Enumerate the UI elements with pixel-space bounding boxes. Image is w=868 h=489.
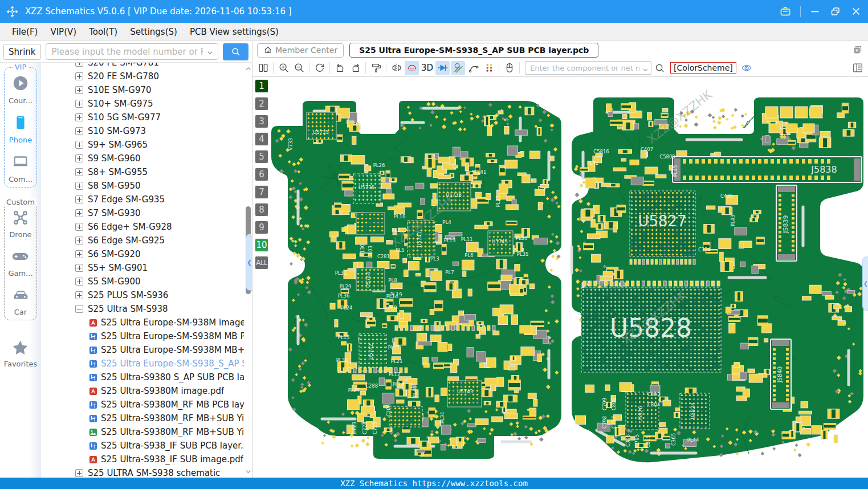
expand-icon[interactable] <box>75 154 83 162</box>
layer-button-5[interactable]: 5 <box>255 150 268 164</box>
chevron-down-icon[interactable] <box>642 64 649 75</box>
expand-icon[interactable] <box>75 209 83 217</box>
fit-view-icon[interactable] <box>312 61 327 75</box>
layer-button-4[interactable]: 4 <box>255 132 268 146</box>
tree-node[interactable]: S7 SM-G930 <box>41 206 244 220</box>
layer-button-3[interactable]: 3 <box>255 115 268 128</box>
chevron-down-icon[interactable] <box>206 48 214 59</box>
diode-mode-icon[interactable] <box>435 61 450 75</box>
tree-file-item[interactable]: S25 Ultra Europe-SM-938M image.p <box>41 316 244 329</box>
expand-icon[interactable] <box>75 469 83 477</box>
tree-node[interactable]: S5 SM-G900 <box>41 275 244 288</box>
layer-button-7[interactable]: 7 <box>255 185 268 199</box>
rotate-left-icon[interactable] <box>333 61 347 75</box>
expand-icon[interactable] <box>75 264 83 272</box>
shrink-button[interactable]: Shrink <box>3 44 41 60</box>
tree-node[interactable]: S10 5G SM-G977 <box>41 111 244 124</box>
layer-button-10[interactable]: 10 <box>255 238 268 252</box>
tree-file-item[interactable]: S25 Ultra-S9380M_RF MB+SUB YiDia <box>41 411 244 425</box>
tree-file-item[interactable]: S25 Ultra-S9380M_RF MB+SUB YiDia <box>41 425 244 439</box>
expand-icon[interactable] <box>75 278 83 286</box>
expand-icon[interactable] <box>75 113 83 121</box>
license-briefcase-icon[interactable] <box>779 5 792 18</box>
tree-node[interactable]: S5+ SM-G901 <box>41 261 244 275</box>
layer-button-8[interactable]: 8 <box>255 203 268 217</box>
tree-node[interactable]: S8+ SM-G955 <box>41 165 244 179</box>
sidebar-item-gam[interactable]: Gam... <box>8 247 32 278</box>
tree-file-item[interactable]: S25 Ultra-S9380 S_AP SUB PCB layer. <box>41 370 244 384</box>
tree-file-item[interactable]: S25 Ultra-S9380M_RF MB PCB layer.p <box>41 398 244 411</box>
zoom-in-icon[interactable] <box>276 61 291 75</box>
collapse-icon[interactable] <box>75 305 83 313</box>
search-button[interactable] <box>223 43 248 60</box>
expand-icon[interactable] <box>75 63 83 67</box>
expand-icon[interactable] <box>75 223 83 231</box>
expand-icon[interactable] <box>75 182 83 190</box>
tree-node[interactable]: S8 SM-G950 <box>41 179 244 193</box>
dome-highlight-icon[interactable] <box>405 61 419 75</box>
menu-item-pcb-view-settings-s-[interactable]: PCB View settings(S) <box>184 23 285 40</box>
tree-file-item[interactable]: S25 Ultra-S938_IF SUB PCB layer.pcb <box>41 439 244 453</box>
layer-button-all[interactable]: ALL <box>255 256 268 270</box>
expand-icon[interactable] <box>75 195 83 203</box>
expand-icon[interactable] <box>75 237 83 244</box>
tree-node[interactable]: S10 SM-G973 <box>41 124 244 138</box>
tree-file-item[interactable]: S25 Ultra-S9380M image.pdf <box>41 384 244 398</box>
expand-icon[interactable] <box>75 100 83 108</box>
expand-icon[interactable] <box>75 141 83 149</box>
net-search-icon[interactable] <box>653 61 667 75</box>
tree-node[interactable]: S9 SM-G960 <box>41 152 244 165</box>
minimize-button[interactable] <box>809 5 821 18</box>
expand-icon[interactable] <box>75 168 83 176</box>
layer-button-9[interactable]: 9 <box>255 221 268 234</box>
eye-visibility-icon[interactable] <box>740 61 754 75</box>
rotate-right-icon[interactable] <box>348 61 362 75</box>
restore-button[interactable] <box>829 5 842 18</box>
sidebar-item-car[interactable]: Car <box>11 286 30 316</box>
color-scheme-button[interactable]: [ColorScheme] <box>670 62 736 74</box>
mirror-flip-icon[interactable] <box>389 61 404 75</box>
tree-file-item[interactable]: S25 Ultra-S938_IF SUB image.pdf <box>41 453 244 466</box>
measure-inspect-icon[interactable] <box>451 61 465 75</box>
expand-icon[interactable] <box>75 72 83 80</box>
3d-view-button[interactable]: 3D <box>420 61 434 75</box>
paint-roller-icon[interactable] <box>369 61 383 75</box>
tree-node[interactable]: S20 FE SM-G781 <box>41 63 244 70</box>
tree-file-item[interactable]: S25 Ultra Europe-SM-S938M MB+SU <box>41 343 244 357</box>
active-document-tab[interactable]: S25 Ultra Europe-SM-S938_S_AP SUB PCB la… <box>349 43 598 58</box>
sidebar-item-phone[interactable]: Phone <box>9 113 32 144</box>
net-search-combo[interactable] <box>525 61 651 75</box>
layer-button-6[interactable]: 6 <box>255 168 268 181</box>
tree-node[interactable]: S7 Edge SM-G935 <box>41 193 244 206</box>
model-search-input[interactable] <box>46 43 218 60</box>
tree-file-item[interactable]: S25 Ultra Europe-SM-S938M MB PC <box>41 329 244 343</box>
sidebar-item-favorites[interactable]: Favorites <box>4 339 38 368</box>
tree-node[interactable]: S10E SM-G970 <box>41 83 244 97</box>
expand-icon[interactable] <box>75 291 83 299</box>
close-document-icon[interactable] <box>852 44 863 56</box>
right-panel-collapse-handle[interactable]: ❮ <box>862 256 868 311</box>
close-button[interactable] <box>850 5 862 18</box>
layer-button-1[interactable]: 1 <box>255 79 268 93</box>
tree-node[interactable]: S20 FE SM-G780 <box>41 70 244 83</box>
tree-node[interactable]: S25 Ultra SM-S938 <box>41 302 244 316</box>
pcb-canvas[interactable]: V733U5735PL26U5736PL41U5738PL23PL16PL2U5… <box>252 77 868 478</box>
menu-item-file-f-[interactable]: File(F) <box>6 23 44 40</box>
mouse-settings-icon[interactable] <box>502 61 516 75</box>
panel-list-icon[interactable] <box>850 61 865 75</box>
member-center-button[interactable]: Member Center <box>257 43 344 58</box>
layer-button-2[interactable]: 2 <box>255 97 268 111</box>
menu-item-vip-v-[interactable]: VIP(V) <box>44 23 83 40</box>
zoom-out-icon[interactable] <box>292 61 306 75</box>
net-search-input[interactable] <box>525 61 651 75</box>
split-view-icon[interactable] <box>256 61 270 75</box>
tree-node[interactable]: S6 Edge+ SM-G928 <box>41 220 244 234</box>
tree-node[interactable]: S6 SM-G920 <box>41 247 244 261</box>
tree-node[interactable]: S9+ SM-G965 <box>41 138 244 152</box>
curve-trace-icon[interactable] <box>466 61 480 75</box>
tree-node[interactable]: S10+ SM-G975 <box>41 97 244 111</box>
expand-icon[interactable] <box>75 127 83 135</box>
expand-icon[interactable] <box>75 86 83 94</box>
menu-item-settings-s-[interactable]: Settings(S) <box>124 23 184 40</box>
sidebar-item-drone[interactable]: Drone <box>9 209 31 239</box>
